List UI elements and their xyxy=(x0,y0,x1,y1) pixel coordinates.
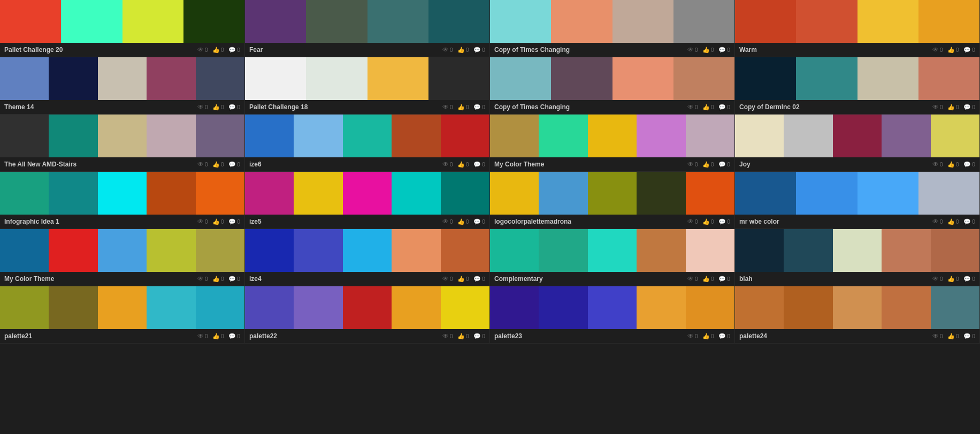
palette-card[interactable]: ize6👁 0👍 0💬 0 xyxy=(245,115,490,172)
like-stat[interactable]: 👍 0 xyxy=(212,161,224,168)
palette-name: The All New AMD-Stairs xyxy=(4,161,197,168)
like-count: 0 xyxy=(711,161,714,167)
palette-grid: Pallet Challenge 20👁 0👍 0💬 0Fear👁 0👍 0💬 … xyxy=(0,0,980,344)
like-stat[interactable]: 👍 0 xyxy=(457,218,469,225)
palette-card[interactable]: mr wbe color👁 0👍 0💬 0 xyxy=(735,172,980,229)
comment-icon: 💬 xyxy=(473,47,481,54)
like-stat[interactable]: 👍 0 xyxy=(702,218,714,225)
view-stat: 👁 0 xyxy=(442,161,453,168)
comment-stat[interactable]: 💬 0 xyxy=(473,47,485,54)
comment-stat[interactable]: 💬 0 xyxy=(473,161,485,168)
like-stat[interactable]: 👍 0 xyxy=(457,333,469,340)
comment-stat[interactable]: 💬 0 xyxy=(718,218,730,225)
comment-stat[interactable]: 💬 0 xyxy=(228,276,240,283)
view-count: 0 xyxy=(940,104,943,110)
like-stat[interactable]: 👍 0 xyxy=(702,104,714,111)
comment-stat[interactable]: 💬 0 xyxy=(473,333,485,340)
palette-card[interactable]: logocolorpalettemadrona👁 0👍 0💬 0 xyxy=(490,172,735,229)
palette-card[interactable]: The All New AMD-Stairs👁 0👍 0💬 0 xyxy=(0,115,245,172)
like-stat[interactable]: 👍 0 xyxy=(457,104,469,111)
palette-card[interactable]: Warm👁 0👍 0💬 0 xyxy=(735,0,980,57)
color-swatch xyxy=(49,57,97,100)
like-stat[interactable]: 👍 0 xyxy=(212,276,224,283)
palette-card[interactable]: Pallet Challenge 18👁 0👍 0💬 0 xyxy=(245,57,490,115)
palette-card[interactable]: ize4👁 0👍 0💬 0 xyxy=(245,229,490,286)
color-swatch xyxy=(49,229,97,272)
comment-stat[interactable]: 💬 0 xyxy=(228,218,240,225)
like-stat[interactable]: 👍 0 xyxy=(947,333,959,340)
like-stat[interactable]: 👍 0 xyxy=(947,47,959,54)
palette-card[interactable]: Copy of DermInc 02👁 0👍 0💬 0 xyxy=(735,57,980,115)
comment-stat[interactable]: 💬 0 xyxy=(963,218,975,225)
like-stat[interactable]: 👍 0 xyxy=(702,333,714,340)
like-stat[interactable]: 👍 0 xyxy=(457,47,469,54)
like-count: 0 xyxy=(956,218,959,225)
view-stat: 👁 0 xyxy=(687,161,698,168)
eye-icon: 👁 xyxy=(932,103,939,111)
comment-stat[interactable]: 💬 0 xyxy=(963,104,975,111)
comment-stat[interactable]: 💬 0 xyxy=(963,161,975,168)
like-stat[interactable]: 👍 0 xyxy=(947,161,959,168)
comment-stat[interactable]: 💬 0 xyxy=(718,161,730,168)
like-stat[interactable]: 👍 0 xyxy=(212,333,224,340)
like-stat[interactable]: 👍 0 xyxy=(947,276,959,283)
thumb-icon: 👍 xyxy=(702,161,710,168)
like-stat[interactable]: 👍 0 xyxy=(457,161,469,168)
color-swatch xyxy=(796,0,857,43)
like-stat[interactable]: 👍 0 xyxy=(212,47,224,54)
color-swatch xyxy=(588,115,637,157)
color-swatch xyxy=(441,172,489,215)
comment-stat[interactable]: 💬 0 xyxy=(473,218,485,225)
eye-icon: 👁 xyxy=(197,218,204,225)
palette-card[interactable]: blah👁 0👍 0💬 0 xyxy=(735,229,980,286)
comment-stat[interactable]: 💬 0 xyxy=(963,47,975,54)
palette-card[interactable]: Copy of Times Changing👁 0👍 0💬 0 xyxy=(490,57,735,115)
comment-stat[interactable]: 💬 0 xyxy=(718,47,730,54)
like-stat[interactable]: 👍 0 xyxy=(947,218,959,225)
comment-stat[interactable]: 💬 0 xyxy=(473,276,485,283)
like-count: 0 xyxy=(221,104,224,110)
color-swatch xyxy=(673,57,734,100)
view-count: 0 xyxy=(695,104,698,110)
comment-stat[interactable]: 💬 0 xyxy=(963,333,975,340)
comment-stat[interactable]: 💬 0 xyxy=(228,333,240,340)
comment-stat[interactable]: 💬 0 xyxy=(718,333,730,340)
comment-stat[interactable]: 💬 0 xyxy=(963,276,975,283)
thumb-icon: 👍 xyxy=(212,218,220,225)
palette-card[interactable]: Fear👁 0👍 0💬 0 xyxy=(245,0,490,57)
like-stat[interactable]: 👍 0 xyxy=(947,104,959,111)
palette-card[interactable]: My Color Theme👁 0👍 0💬 0 xyxy=(490,115,735,172)
palette-card[interactable]: palette22👁 0👍 0💬 0 xyxy=(245,286,490,344)
like-count: 0 xyxy=(711,47,714,53)
palette-card[interactable]: Theme 14👁 0👍 0💬 0 xyxy=(0,57,245,115)
palette-card[interactable]: Infographic Idea 1👁 0👍 0💬 0 xyxy=(0,172,245,229)
like-stat[interactable]: 👍 0 xyxy=(457,276,469,283)
view-stat: 👁 0 xyxy=(442,218,453,225)
like-stat[interactable]: 👍 0 xyxy=(702,47,714,54)
palette-card[interactable]: palette21👁 0👍 0💬 0 xyxy=(0,286,245,344)
comment-count: 0 xyxy=(972,276,975,282)
comment-stat[interactable]: 💬 0 xyxy=(228,161,240,168)
comment-icon: 💬 xyxy=(473,104,481,111)
view-count: 0 xyxy=(450,47,453,53)
palette-card[interactable]: palette24👁 0👍 0💬 0 xyxy=(735,286,980,344)
palette-card[interactable]: Complementary👁 0👍 0💬 0 xyxy=(490,229,735,286)
palette-card[interactable]: ize5👁 0👍 0💬 0 xyxy=(245,172,490,229)
comment-stat[interactable]: 💬 0 xyxy=(718,104,730,111)
thumb-icon: 👍 xyxy=(947,276,955,283)
comment-stat[interactable]: 💬 0 xyxy=(473,104,485,111)
view-stat: 👁 0 xyxy=(932,161,943,168)
palette-card[interactable]: Copy of Times Changing👁 0👍 0💬 0 xyxy=(490,0,735,57)
like-stat[interactable]: 👍 0 xyxy=(702,161,714,168)
eye-icon: 👁 xyxy=(687,332,694,340)
comment-stat[interactable]: 💬 0 xyxy=(718,276,730,283)
palette-card[interactable]: Joy👁 0👍 0💬 0 xyxy=(735,115,980,172)
like-stat[interactable]: 👍 0 xyxy=(702,276,714,283)
like-stat[interactable]: 👍 0 xyxy=(212,104,224,111)
comment-stat[interactable]: 💬 0 xyxy=(228,104,240,111)
palette-card[interactable]: Pallet Challenge 20👁 0👍 0💬 0 xyxy=(0,0,245,57)
palette-card[interactable]: My Color Theme👁 0👍 0💬 0 xyxy=(0,229,245,286)
like-stat[interactable]: 👍 0 xyxy=(212,218,224,225)
comment-stat[interactable]: 💬 0 xyxy=(228,47,240,54)
palette-card[interactable]: palette23👁 0👍 0💬 0 xyxy=(490,286,735,344)
